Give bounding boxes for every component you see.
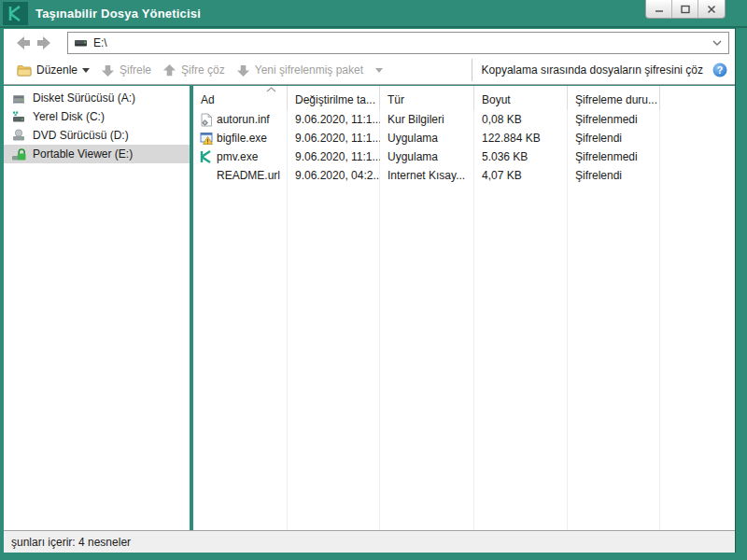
file-list: Ad Değiştirilme ta... Tür Boyut Şifrelem… xyxy=(193,86,735,530)
address-text: E:\ xyxy=(93,36,712,49)
file-row-autorun-inf[interactable]: autorun.inf 9.06.2020, 11:1... Kur Bilgi… xyxy=(193,110,735,129)
window-title: Taşınabilir Dosya Yöneticisi xyxy=(35,0,201,26)
sidebar-item-label: Portable Viewer (E:) xyxy=(33,147,133,161)
window-edge-line xyxy=(735,28,736,553)
file-row-readme-url[interactable]: README.url 9.06.2020, 04:2... Internet K… xyxy=(193,166,735,185)
forward-button[interactable] xyxy=(34,35,54,51)
toolbar-right-group: Kopyalama sırasında dosyaların şifresini… xyxy=(472,59,727,81)
file-modified: 9.06.2020, 11:1... xyxy=(288,132,380,145)
help-icon[interactable]: ? xyxy=(712,63,727,77)
decrypt-arrow-up-icon xyxy=(162,63,176,77)
file-encryption-status: Şifrelendi xyxy=(568,169,660,182)
encrypt-arrow-down-icon xyxy=(101,63,115,77)
sidebar-item-label: DVD Sürücüsü (D:) xyxy=(33,129,129,142)
file-size: 0,08 KB xyxy=(474,113,568,126)
kaspersky-logo xyxy=(3,2,28,25)
file-name: pmv.exe xyxy=(217,150,258,163)
sidebar-item-drive-c[interactable]: Yerel Disk (C:) xyxy=(4,107,190,126)
file-type: Internet Kısay... xyxy=(380,169,474,182)
forward-arrow-icon xyxy=(35,35,52,50)
yeni-sifrelenmis-paket-label: Yeni şifrelenmiş paket xyxy=(255,63,363,77)
setup-file-icon xyxy=(199,113,213,127)
duzenle-label: Düzenle xyxy=(36,63,78,77)
column-header-empty xyxy=(660,86,735,110)
sidebar-item-drive-e[interactable]: Portable Viewer (E:) xyxy=(4,145,190,163)
column-header-modified[interactable]: Değiştirilme ta... xyxy=(288,86,380,110)
file-type: Uygulama xyxy=(380,150,474,163)
column-header-encryption[interactable]: Şifreleme duru... xyxy=(568,86,660,110)
maximize-button[interactable] xyxy=(672,0,698,18)
navigation-bar: E:\ xyxy=(4,29,735,56)
floppy-drive-icon xyxy=(11,91,26,105)
file-name: autorun.inf xyxy=(217,113,270,126)
svg-text:?: ? xyxy=(717,64,723,76)
file-row-pmv-exe[interactable]: pmv.exe 9.06.2020, 11:1... Uygulama 5.03… xyxy=(193,147,735,166)
drive-sidebar: Disket Sürücüsü (A:) Yerel Disk (C:) xyxy=(4,86,190,530)
sifrele-button[interactable]: Şifrele xyxy=(95,61,157,80)
file-size: 4,07 KB xyxy=(474,169,568,182)
sidebar-item-label: Yerel Disk (C:) xyxy=(33,110,105,123)
blank-file-icon xyxy=(199,169,213,183)
sidebar-item-label: Disket Sürücüsü (A:) xyxy=(33,91,135,105)
folder-icon xyxy=(17,63,32,77)
sifre-coz-button[interactable]: Şifre çöz xyxy=(157,61,231,80)
local-disk-icon xyxy=(11,109,26,124)
file-size: 5.036 KB xyxy=(474,150,568,163)
file-type: Kur Bilgileri xyxy=(380,113,474,126)
back-arrow-icon xyxy=(15,35,32,50)
duzenle-button[interactable]: Düzenle xyxy=(11,61,95,79)
file-row-bigfile-exe[interactable]: bigfile.exe 9.06.2020, 11:1... Uygulama … xyxy=(193,129,735,147)
close-button[interactable] xyxy=(698,0,725,18)
file-encryption-status: Şifrelendi xyxy=(568,132,660,145)
file-name: bigfile.exe xyxy=(217,132,267,145)
file-modified: 9.06.2020, 11:1... xyxy=(288,150,380,163)
dvd-drive-icon xyxy=(11,128,26,143)
column-header-type[interactable]: Tür xyxy=(380,86,474,110)
yeni-sifrelenmis-paket-button[interactable]: Yeni şifrelenmiş paket xyxy=(231,61,388,80)
paket-dropdown-caret-icon xyxy=(375,68,383,73)
status-text: şunları içerir: 4 nesneler xyxy=(11,536,131,549)
titlebar[interactable]: Taşınabilir Dosya Yöneticisi xyxy=(0,0,747,28)
toolbar: Düzenle Şifrele Şifre çöz Yeni şifrelenm… xyxy=(4,56,735,85)
file-modified: 9.06.2020, 11:1... xyxy=(288,113,380,126)
sifre-coz-label: Şifre çöz xyxy=(181,63,225,77)
kaspersky-k-icon xyxy=(7,6,23,21)
kaspersky-file-icon xyxy=(199,150,213,164)
main-content: Disket Sürücüsü (A:) Yerel Disk (C:) xyxy=(4,86,735,530)
new-package-arrow-down-icon xyxy=(236,63,250,77)
address-bar[interactable]: E:\ xyxy=(67,32,729,54)
sifrele-label: Şifrele xyxy=(120,63,151,77)
column-header-size[interactable]: Boyut xyxy=(474,86,568,110)
minimize-button[interactable] xyxy=(646,0,672,18)
close-icon xyxy=(706,4,717,15)
window-controls xyxy=(645,0,726,19)
back-button[interactable] xyxy=(13,35,34,51)
address-dropdown-chevron-icon[interactable] xyxy=(712,39,723,47)
decrypt-on-copy-label: Kopyalama sırasında dosyaların şifresini… xyxy=(482,63,703,77)
sidebar-item-drive-d[interactable]: DVD Sürücüsü (D:) xyxy=(4,126,190,145)
file-list-header: Ad Değiştirilme ta... Tür Boyut Şifrelem… xyxy=(193,86,735,110)
duzenle-dropdown-caret-icon xyxy=(82,68,90,73)
portable-file-manager-window: Taşınabilir Dosya Yöneticisi xyxy=(0,0,747,560)
file-type: Uygulama xyxy=(380,132,474,145)
application-file-icon xyxy=(199,132,213,146)
maximize-icon xyxy=(680,4,691,15)
file-name: README.url xyxy=(217,169,280,182)
sort-ascending-icon xyxy=(266,87,276,92)
status-bar: şunları içerir: 4 nesneler xyxy=(4,530,735,553)
locked-drive-icon xyxy=(11,147,26,161)
sidebar-item-drive-a[interactable]: Disket Sürücüsü (A:) xyxy=(4,89,190,107)
file-size: 122.884 KB xyxy=(474,132,568,145)
file-modified: 9.06.2020, 04:2... xyxy=(288,169,380,182)
file-encryption-status: Şifrelenmedi xyxy=(568,113,660,126)
minimize-icon xyxy=(654,4,665,15)
file-encryption-status: Şifrelenmedi xyxy=(568,150,660,163)
toolbar-separator xyxy=(472,59,472,81)
drive-icon xyxy=(74,36,88,49)
